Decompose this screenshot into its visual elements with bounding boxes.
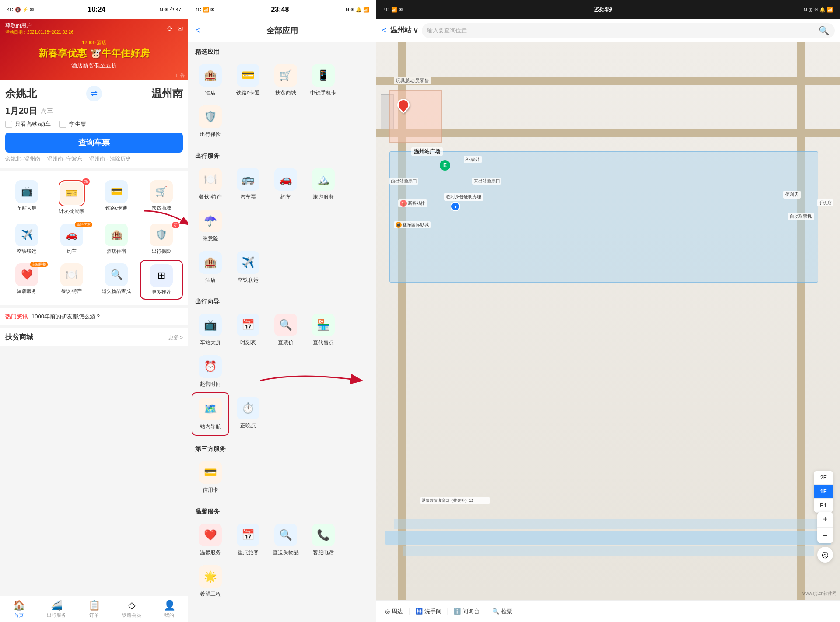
nav-travel[interactable]: 🚄 出行服务 (38, 596, 75, 622)
app2-hotel[interactable]: 🏨 酒店 (192, 59, 229, 101)
zoom-out-button[interactable]: − (817, 528, 833, 543)
app2-credit-label: 信用卡 (203, 486, 218, 494)
app2-lost-icon: 🔍 (274, 524, 297, 546)
app2-service-call-icon: 📞 (312, 524, 335, 546)
status3-left: 4G 📶 ✉ (383, 7, 402, 13)
history-item-1[interactable]: 余姚北--温州南 (5, 155, 40, 163)
app2-tourism[interactable]: 🏔️ 旅游服务 (304, 164, 342, 205)
floor-bar-b1 (402, 546, 814, 556)
swap-stations-button[interactable]: ⇌ (86, 86, 102, 101)
app2-bus[interactable]: 🚌 汽车票 (229, 164, 267, 205)
app2-warm[interactable]: ❤️ 温馨服务 (192, 519, 229, 561)
app-food[interactable]: 🍽️ 餐饮·特产 (50, 260, 94, 300)
app2-hope[interactable]: 🌟 希望工程 (192, 561, 229, 602)
map-pin-chicken[interactable]: 🍗 新客鸡排 (398, 199, 427, 207)
app2-vip-passenger[interactable]: 📅 重点旅客 (229, 519, 267, 561)
app-station-screen[interactable]: 📺 车站大屏 (5, 177, 49, 218)
news-tag: 热门资讯 (5, 313, 28, 321)
floor-bars (376, 519, 840, 556)
back-button-2[interactable]: < (195, 25, 200, 35)
locate-button[interactable]: ◎ (817, 547, 833, 563)
app2-agent[interactable]: 🏪 查代售点 (304, 309, 342, 351)
nav-profile-label: 我的 (164, 612, 174, 619)
app2-screen[interactable]: 📺 车站大屏 (192, 309, 229, 351)
banner-sub-text: 酒店新客低至五折 (38, 62, 149, 70)
student-checkbox[interactable] (60, 121, 66, 128)
app2-fare[interactable]: 🔍 查票价 (267, 309, 304, 351)
travel-date[interactable]: 1月20日 (5, 105, 37, 117)
history-item-2[interactable]: 温州南--宁波东 (47, 155, 82, 163)
app2-poverty[interactable]: 🛒 扶贫商城 (267, 59, 304, 101)
poverty-header: 扶贫商城 更多> (5, 333, 183, 342)
banner-message-icon[interactable]: ✉ (177, 24, 183, 33)
nav-membership[interactable]: ◇ 铁路会员 (113, 596, 150, 622)
map-back-button[interactable]: < (382, 25, 387, 35)
app2-ecard[interactable]: 💳 铁路e卡通 (229, 59, 267, 101)
app2-phonecard[interactable]: 📱 中铁手机卡 (304, 59, 342, 101)
section-third-party: 第三方服务 (188, 439, 376, 457)
app2-sale-time[interactable]: ⏰ 起售时间 (192, 351, 229, 392)
app-ecard[interactable]: 💳 铁路e卡通 (95, 177, 138, 218)
nearby-button[interactable]: ◎ 周边 (382, 608, 406, 615)
promo-banner[interactable]: 尊敬的用户 活动日期：2021.01.18~2021.02.26 ⟳ ✉ 123… (0, 19, 188, 80)
news-text[interactable]: 1000年前的驴友都怎么游？ (32, 313, 183, 321)
floor-b1[interactable]: B1 (814, 499, 833, 513)
app-more[interactable]: ⊞ 更多推荐 (140, 260, 183, 300)
app2-ecard-label: 铁路e卡通 (236, 89, 260, 97)
banner-activity-date: 活动日期：2021.01.18~2021.02.26 (5, 29, 74, 35)
departure-station[interactable]: 余姚北 (5, 87, 37, 101)
map-background: 玩具总动员零售 温州站广场 补票处 西出站验票口 东出站验票口 E 🍗 新客鸡排… (376, 42, 840, 600)
poverty-more-link[interactable]: 更多> (168, 334, 183, 342)
search-button-map[interactable]: 🔍 (819, 25, 830, 36)
search-tickets-button[interactable]: 查询车票 (5, 133, 183, 153)
map-label-convenience: 便利店 (783, 191, 801, 199)
map-search-input[interactable]: 输入要查询位置 🔍 (422, 23, 835, 38)
app2-station-nav[interactable]: 🗺️ 站内导航 (192, 392, 229, 436)
app2-travel-ins[interactable]: ☂️ 乘意险 (192, 205, 229, 247)
app2-air-rail[interactable]: ✈️ 空铁联运 (229, 247, 267, 288)
app2-credit-card[interactable]: 💳 信用卡 (192, 457, 229, 498)
arrival-station[interactable]: 温州南 (151, 87, 183, 101)
floor-2f[interactable]: 2F (814, 471, 833, 485)
map-pin-cinema[interactable]: 🎬 鑫乐国际影城 (394, 221, 430, 228)
zoom-in-button[interactable]: + (817, 512, 833, 528)
map-pin-blue-1[interactable]: ● (451, 202, 460, 211)
app-lost-found[interactable]: 🔍 遗失物品查找 (95, 260, 138, 300)
app2-lost-item[interactable]: 🔍 查遗失物品 (267, 519, 304, 561)
app-pass-ticket[interactable]: 🎫 新 计次·定期票 (50, 177, 94, 218)
map-label-id-service: 临时身份证明办理 (444, 193, 483, 201)
app2-delay[interactable]: ⏱️ 正晚点 (229, 392, 267, 436)
banner-refresh-icon[interactable]: ⟳ (167, 24, 173, 33)
restroom-button[interactable]: 🚻 洗手间 (412, 608, 445, 615)
building-commercial (389, 90, 442, 143)
banner-main-text: 新春享优惠 🐮牛年住好房 (38, 47, 149, 60)
clear-history[interactable]: 温州南 - 清除历史 (89, 155, 131, 163)
app2-insurance[interactable]: 🛡️ 出行保险 (192, 101, 229, 143)
divider-1 (188, 143, 376, 146)
app2-hope-icon: 🌟 (199, 565, 222, 588)
all-apps-title: 全部应用 (266, 25, 298, 36)
header-all-apps: < 全部应用 (188, 19, 376, 42)
app-hotel[interactable]: 🏨 酒店住宿 (95, 220, 138, 258)
location-name: 温州站 (390, 26, 411, 35)
nav-home[interactable]: 🏠 首页 (0, 596, 38, 622)
highspeed-checkbox[interactable] (5, 121, 12, 128)
floor-1f[interactable]: 1F (814, 485, 833, 499)
app2-hotel2[interactable]: 🏨 酒店 (192, 247, 229, 288)
location-selector[interactable]: 温州站 ∨ (390, 26, 418, 35)
app-air-rail[interactable]: ✈️ 空铁联运 (5, 220, 49, 258)
app2-service-call[interactable]: 📞 客服电话 (304, 519, 342, 561)
inquiry-button[interactable]: ℹ️ 问询台 (450, 608, 483, 615)
app-ride[interactable]: 🚗 铁路优惠 约车 (50, 220, 94, 258)
app2-food[interactable]: 🍽️ 餐饮·特产 (192, 164, 229, 205)
ticket-check-button[interactable]: 🔍 检票 (489, 608, 516, 615)
app2-timetable[interactable]: 📅 时刻表 (229, 309, 267, 351)
map-area[interactable]: 玩具总动员零售 温州站广场 补票处 西出站验票口 东出站验票口 E 🍗 新客鸡排… (376, 42, 840, 600)
student-option[interactable]: 学生票 (60, 120, 86, 128)
highspeed-option[interactable]: 只看高铁/动车 (5, 120, 51, 128)
app2-taxi[interactable]: 🚗 约车 (267, 164, 304, 205)
map-pin-pharmacy[interactable]: E (440, 160, 450, 171)
nav-profile[interactable]: 👤 我的 (150, 596, 188, 622)
app-warm-service[interactable]: ❤️ 车站用餐 温馨服务 (5, 260, 49, 300)
nav-orders[interactable]: 📋 订单 (75, 596, 113, 622)
